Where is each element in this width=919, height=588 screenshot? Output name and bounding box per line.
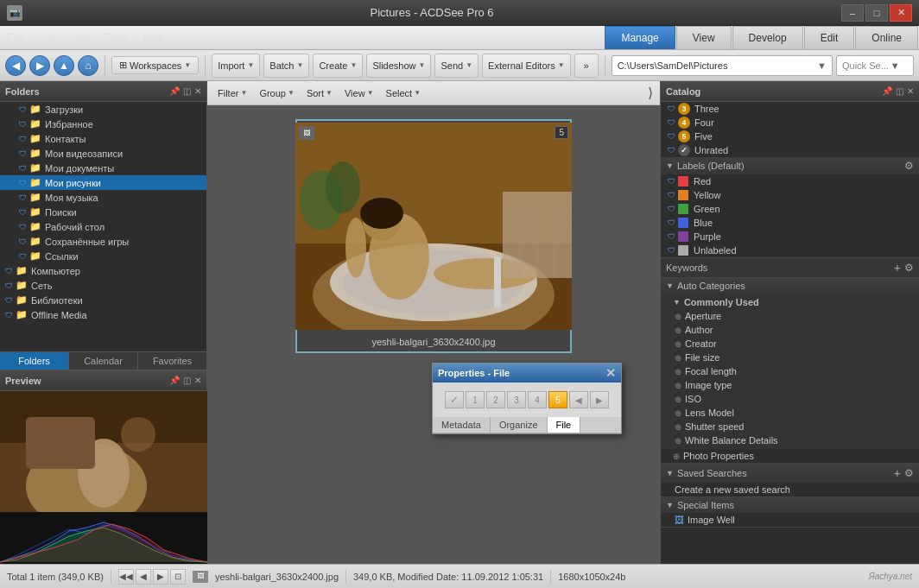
commonly-used-header[interactable]: ▼ Commonly Used [661,295,919,309]
panel-close-icon[interactable]: ✕ [194,86,201,96]
labels-header[interactable]: ▼ Labels (Default) ⚙ [661,157,919,174]
auto-cat-item[interactable]: ⊕ White Balance Details [661,433,919,447]
folder-item[interactable]: 🛡 📁 Поиски [0,205,206,219]
nav-prev-button[interactable]: ◀◀ [118,569,134,585]
dialog-tab-metadata[interactable]: Metadata [433,417,491,433]
tab-favorites[interactable]: Favorites [138,352,206,370]
label-item[interactable]: 🛡 Blue [661,216,919,230]
menu-view[interactable]: View [62,26,98,49]
create-saved-search-item[interactable]: Create a new saved search [661,483,919,496]
label-item[interactable]: 🛡 Red [661,174,919,188]
tab-online[interactable]: Online [855,26,918,49]
menu-tools[interactable]: Tools [98,26,136,49]
menu-edit[interactable]: Edit [30,26,62,49]
keywords-gear-icon[interactable]: ⚙ [904,262,914,274]
tab-view[interactable]: View [676,26,732,49]
rating-3-button[interactable]: 3 [507,391,526,408]
dialog-close-button[interactable]: ✕ [605,366,616,380]
nav-up-button[interactable]: ▲ [54,55,74,76]
dialog-tab-organize[interactable]: Organize [491,417,548,433]
image-thumbnail[interactable]: 5 🖼 [295,119,572,353]
import-button[interactable]: Import ▼ [212,54,260,78]
send-button[interactable]: Send ▼ [434,54,479,78]
rating-check-button[interactable]: ✓ [445,391,464,408]
filter-button[interactable]: Filter ▼ [214,86,250,100]
folder-item[interactable]: 🛡 📁 Сохранённые игры [0,234,206,249]
panel-float-icon[interactable]: ◫ [183,86,191,96]
tab-manage[interactable]: Manage [605,26,675,49]
expand-icon[interactable]: ⟩ [648,85,653,101]
tab-folders[interactable]: Folders [0,352,69,370]
pin-icon[interactable]: 📌 [169,86,180,96]
catalog-pin-icon[interactable]: 📌 [882,86,892,96]
maximize-button[interactable]: □ [865,4,888,22]
close-button[interactable]: ✕ [890,4,912,22]
auto-cat-item[interactable]: ⊕ Shutter speed [661,420,919,433]
catalog-rating-item[interactable]: 🛡 3 Three [661,102,919,116]
menu-help[interactable]: Help [136,26,172,49]
nav-home-button[interactable]: ⌂ [78,55,98,76]
sort-button[interactable]: Sort ▼ [303,86,336,100]
tab-calendar[interactable]: Calendar [69,352,138,370]
auto-cat-item[interactable]: ⊕ ISO [661,392,919,406]
folder-item[interactable]: 🛡 📁 Контакты [0,131,206,146]
slideshow-button[interactable]: Slideshow ▼ [366,54,431,78]
tab-develop[interactable]: Develop [732,26,803,49]
label-item[interactable]: 🛡 Purple [661,230,919,243]
dialog-titlebar[interactable]: Properties - File ✕ [433,364,621,383]
folder-item[interactable]: 🛡 📁 Мои рисунки [0,175,206,190]
nav-step-next-button[interactable]: ▶ [153,569,168,585]
image-well-item[interactable]: 🖼 Image Well [661,513,919,527]
nav-step-prev-button[interactable]: ◀ [136,569,151,585]
catalog-rating-item[interactable]: 🛡 4 Four [661,116,919,130]
preview-close-icon[interactable]: ✕ [194,376,201,385]
minimize-button[interactable]: – [841,4,864,22]
label-item[interactable]: 🛡 Green [661,202,919,216]
saved-searches-header[interactable]: ▼ Saved Searches + ⚙ [661,464,919,483]
dialog-tab-file[interactable]: File [548,417,581,433]
photo-properties-item[interactable]: ⊕ Photo Properties [661,449,919,463]
nav-forward-button[interactable]: ▶ [29,55,50,76]
catalog-rating-item[interactable]: 🛡 5 Five [661,130,919,143]
auto-categories-header[interactable]: ▼ Auto Categories [661,278,919,294]
auto-cat-item[interactable]: ⊕ Creator [661,337,919,351]
preview-float-icon[interactable]: ◫ [183,376,191,385]
tab-edit[interactable]: Edit [804,26,855,49]
auto-cat-item[interactable]: ⊕ Image type [661,378,919,392]
auto-cat-item[interactable]: ⊕ Focal length [661,364,919,378]
auto-cat-item[interactable]: ⊕ Lens Model [661,406,919,420]
quick-search-box[interactable]: Quick Se... ▼ [836,55,914,76]
external-editors-button[interactable]: External Editors ▼ [482,54,571,78]
rating-1-button[interactable]: 1 [466,391,485,408]
select-button[interactable]: Select ▼ [383,86,425,100]
auto-cat-item[interactable]: ⊕ Aperture [661,309,919,323]
rating-5-button[interactable]: 5 [548,391,567,408]
folder-item[interactable]: 🛡 📁 Загрузки [0,102,206,117]
special-items-header[interactable]: ▼ Special Items [661,497,919,513]
more-button[interactable]: » [574,54,599,78]
group-button[interactable]: Group ▼ [256,86,298,100]
folder-item[interactable]: 🛡 📁 Offline Media [0,307,206,322]
search-dropdown-arrow[interactable]: ▼ [890,60,900,71]
create-button[interactable]: Create ▼ [313,54,363,78]
label-item[interactable]: 🛡 Unlabeled [661,243,919,257]
rating-next-button[interactable]: ▶ [590,391,609,408]
folder-item[interactable]: 🛡 📁 Компьютер [0,263,206,278]
view-button[interactable]: View ▼ [341,86,377,100]
saved-searches-gear-icon[interactable]: ⚙ [904,467,914,479]
folder-item[interactable]: 🛡 📁 Избранное [0,117,206,131]
path-bar[interactable]: C:\Users\SamDel\Pictures ▼ [612,55,833,76]
saved-searches-add-button[interactable]: + [894,466,901,480]
preview-pin-icon[interactable]: 📌 [169,376,180,385]
keywords-add-button[interactable]: + [894,261,901,275]
rating-4-button[interactable]: 4 [528,391,547,408]
folder-item[interactable]: 🛡 📁 Библиотеки [0,293,206,307]
auto-cat-item[interactable]: ⊕ Author [661,323,919,337]
rating-2-button[interactable]: 2 [486,391,505,408]
folder-item[interactable]: 🛡 📁 Ссылки [0,249,206,263]
folder-item[interactable]: 🛡 📁 Моя музыка [0,190,206,205]
labels-gear-icon[interactable]: ⚙ [904,160,914,172]
folder-item[interactable]: 🛡 📁 Рабочий стол [0,219,206,234]
workspaces-button[interactable]: ⊞ Workspaces ▼ [111,56,199,74]
auto-cat-item[interactable]: ⊕ File size [661,351,919,364]
